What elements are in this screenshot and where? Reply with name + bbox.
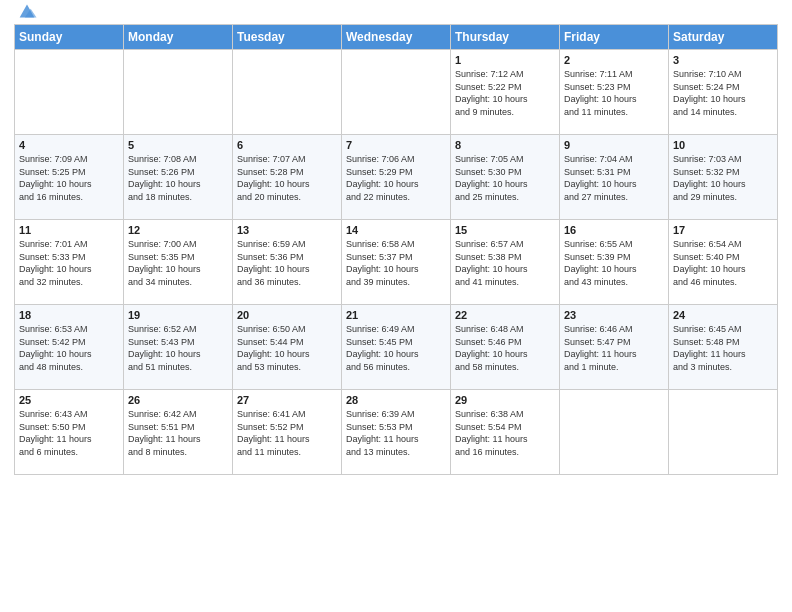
calendar-cell: 1Sunrise: 7:12 AM Sunset: 5:22 PM Daylig… — [451, 50, 560, 135]
header-tuesday: Tuesday — [233, 25, 342, 50]
calendar-cell: 9Sunrise: 7:04 AM Sunset: 5:31 PM Daylig… — [560, 135, 669, 220]
day-number: 28 — [346, 394, 446, 406]
day-number: 22 — [455, 309, 555, 321]
day-number: 20 — [237, 309, 337, 321]
calendar-cell: 4Sunrise: 7:09 AM Sunset: 5:25 PM Daylig… — [15, 135, 124, 220]
calendar-cell — [233, 50, 342, 135]
day-info: Sunrise: 6:49 AM Sunset: 5:45 PM Dayligh… — [346, 323, 446, 373]
calendar-cell — [560, 390, 669, 475]
day-info: Sunrise: 6:58 AM Sunset: 5:37 PM Dayligh… — [346, 238, 446, 288]
header-friday: Friday — [560, 25, 669, 50]
calendar-cell: 24Sunrise: 6:45 AM Sunset: 5:48 PM Dayli… — [669, 305, 778, 390]
calendar-cell: 13Sunrise: 6:59 AM Sunset: 5:36 PM Dayli… — [233, 220, 342, 305]
calendar-cell: 26Sunrise: 6:42 AM Sunset: 5:51 PM Dayli… — [124, 390, 233, 475]
day-info: Sunrise: 7:11 AM Sunset: 5:23 PM Dayligh… — [564, 68, 664, 118]
day-number: 11 — [19, 224, 119, 236]
calendar-cell: 7Sunrise: 7:06 AM Sunset: 5:29 PM Daylig… — [342, 135, 451, 220]
day-number: 5 — [128, 139, 228, 151]
logo — [14, 10, 38, 18]
calendar-cell: 18Sunrise: 6:53 AM Sunset: 5:42 PM Dayli… — [15, 305, 124, 390]
calendar-header-row: SundayMondayTuesdayWednesdayThursdayFrid… — [15, 25, 778, 50]
day-info: Sunrise: 7:04 AM Sunset: 5:31 PM Dayligh… — [564, 153, 664, 203]
day-info: Sunrise: 7:10 AM Sunset: 5:24 PM Dayligh… — [673, 68, 773, 118]
day-number: 10 — [673, 139, 773, 151]
day-number: 6 — [237, 139, 337, 151]
day-info: Sunrise: 7:01 AM Sunset: 5:33 PM Dayligh… — [19, 238, 119, 288]
calendar-cell — [124, 50, 233, 135]
week-row-2: 4Sunrise: 7:09 AM Sunset: 5:25 PM Daylig… — [15, 135, 778, 220]
calendar-cell: 25Sunrise: 6:43 AM Sunset: 5:50 PM Dayli… — [15, 390, 124, 475]
calendar-cell: 2Sunrise: 7:11 AM Sunset: 5:23 PM Daylig… — [560, 50, 669, 135]
day-number: 25 — [19, 394, 119, 406]
day-info: Sunrise: 6:52 AM Sunset: 5:43 PM Dayligh… — [128, 323, 228, 373]
header-monday: Monday — [124, 25, 233, 50]
week-row-1: 1Sunrise: 7:12 AM Sunset: 5:22 PM Daylig… — [15, 50, 778, 135]
day-info: Sunrise: 6:48 AM Sunset: 5:46 PM Dayligh… — [455, 323, 555, 373]
week-row-5: 25Sunrise: 6:43 AM Sunset: 5:50 PM Dayli… — [15, 390, 778, 475]
calendar-cell: 28Sunrise: 6:39 AM Sunset: 5:53 PM Dayli… — [342, 390, 451, 475]
day-number: 7 — [346, 139, 446, 151]
day-info: Sunrise: 6:46 AM Sunset: 5:47 PM Dayligh… — [564, 323, 664, 373]
header-saturday: Saturday — [669, 25, 778, 50]
day-number: 24 — [673, 309, 773, 321]
calendar-cell: 23Sunrise: 6:46 AM Sunset: 5:47 PM Dayli… — [560, 305, 669, 390]
calendar-cell: 8Sunrise: 7:05 AM Sunset: 5:30 PM Daylig… — [451, 135, 560, 220]
day-info: Sunrise: 7:12 AM Sunset: 5:22 PM Dayligh… — [455, 68, 555, 118]
day-info: Sunrise: 7:00 AM Sunset: 5:35 PM Dayligh… — [128, 238, 228, 288]
calendar-cell: 12Sunrise: 7:00 AM Sunset: 5:35 PM Dayli… — [124, 220, 233, 305]
calendar-cell: 17Sunrise: 6:54 AM Sunset: 5:40 PM Dayli… — [669, 220, 778, 305]
day-number: 9 — [564, 139, 664, 151]
day-info: Sunrise: 6:55 AM Sunset: 5:39 PM Dayligh… — [564, 238, 664, 288]
calendar-cell: 3Sunrise: 7:10 AM Sunset: 5:24 PM Daylig… — [669, 50, 778, 135]
calendar-cell: 5Sunrise: 7:08 AM Sunset: 5:26 PM Daylig… — [124, 135, 233, 220]
calendar-cell: 20Sunrise: 6:50 AM Sunset: 5:44 PM Dayli… — [233, 305, 342, 390]
day-info: Sunrise: 6:41 AM Sunset: 5:52 PM Dayligh… — [237, 408, 337, 458]
calendar-cell: 19Sunrise: 6:52 AM Sunset: 5:43 PM Dayli… — [124, 305, 233, 390]
day-number: 8 — [455, 139, 555, 151]
calendar-cell: 11Sunrise: 7:01 AM Sunset: 5:33 PM Dayli… — [15, 220, 124, 305]
calendar-cell: 22Sunrise: 6:48 AM Sunset: 5:46 PM Dayli… — [451, 305, 560, 390]
day-info: Sunrise: 6:59 AM Sunset: 5:36 PM Dayligh… — [237, 238, 337, 288]
logo-icon — [16, 0, 38, 22]
calendar-cell: 16Sunrise: 6:55 AM Sunset: 5:39 PM Dayli… — [560, 220, 669, 305]
calendar-cell — [342, 50, 451, 135]
day-number: 12 — [128, 224, 228, 236]
day-number: 3 — [673, 54, 773, 66]
calendar-cell — [669, 390, 778, 475]
day-number: 18 — [19, 309, 119, 321]
day-info: Sunrise: 6:39 AM Sunset: 5:53 PM Dayligh… — [346, 408, 446, 458]
week-row-3: 11Sunrise: 7:01 AM Sunset: 5:33 PM Dayli… — [15, 220, 778, 305]
day-info: Sunrise: 6:43 AM Sunset: 5:50 PM Dayligh… — [19, 408, 119, 458]
day-info: Sunrise: 7:03 AM Sunset: 5:32 PM Dayligh… — [673, 153, 773, 203]
day-number: 4 — [19, 139, 119, 151]
day-info: Sunrise: 6:50 AM Sunset: 5:44 PM Dayligh… — [237, 323, 337, 373]
day-info: Sunrise: 6:38 AM Sunset: 5:54 PM Dayligh… — [455, 408, 555, 458]
day-info: Sunrise: 6:42 AM Sunset: 5:51 PM Dayligh… — [128, 408, 228, 458]
calendar-cell: 6Sunrise: 7:07 AM Sunset: 5:28 PM Daylig… — [233, 135, 342, 220]
day-info: Sunrise: 6:45 AM Sunset: 5:48 PM Dayligh… — [673, 323, 773, 373]
day-info: Sunrise: 6:53 AM Sunset: 5:42 PM Dayligh… — [19, 323, 119, 373]
day-info: Sunrise: 7:08 AM Sunset: 5:26 PM Dayligh… — [128, 153, 228, 203]
day-number: 1 — [455, 54, 555, 66]
day-info: Sunrise: 6:54 AM Sunset: 5:40 PM Dayligh… — [673, 238, 773, 288]
calendar-cell — [15, 50, 124, 135]
day-info: Sunrise: 7:05 AM Sunset: 5:30 PM Dayligh… — [455, 153, 555, 203]
day-number: 21 — [346, 309, 446, 321]
day-info: Sunrise: 7:07 AM Sunset: 5:28 PM Dayligh… — [237, 153, 337, 203]
day-number: 29 — [455, 394, 555, 406]
calendar-cell: 10Sunrise: 7:03 AM Sunset: 5:32 PM Dayli… — [669, 135, 778, 220]
day-number: 16 — [564, 224, 664, 236]
day-number: 15 — [455, 224, 555, 236]
day-number: 19 — [128, 309, 228, 321]
calendar-cell: 14Sunrise: 6:58 AM Sunset: 5:37 PM Dayli… — [342, 220, 451, 305]
day-number: 13 — [237, 224, 337, 236]
page-header — [14, 10, 778, 18]
calendar-cell: 15Sunrise: 6:57 AM Sunset: 5:38 PM Dayli… — [451, 220, 560, 305]
day-number: 26 — [128, 394, 228, 406]
day-info: Sunrise: 6:57 AM Sunset: 5:38 PM Dayligh… — [455, 238, 555, 288]
week-row-4: 18Sunrise: 6:53 AM Sunset: 5:42 PM Dayli… — [15, 305, 778, 390]
header-thursday: Thursday — [451, 25, 560, 50]
calendar-cell: 21Sunrise: 6:49 AM Sunset: 5:45 PM Dayli… — [342, 305, 451, 390]
calendar-table: SundayMondayTuesdayWednesdayThursdayFrid… — [14, 24, 778, 475]
day-number: 14 — [346, 224, 446, 236]
